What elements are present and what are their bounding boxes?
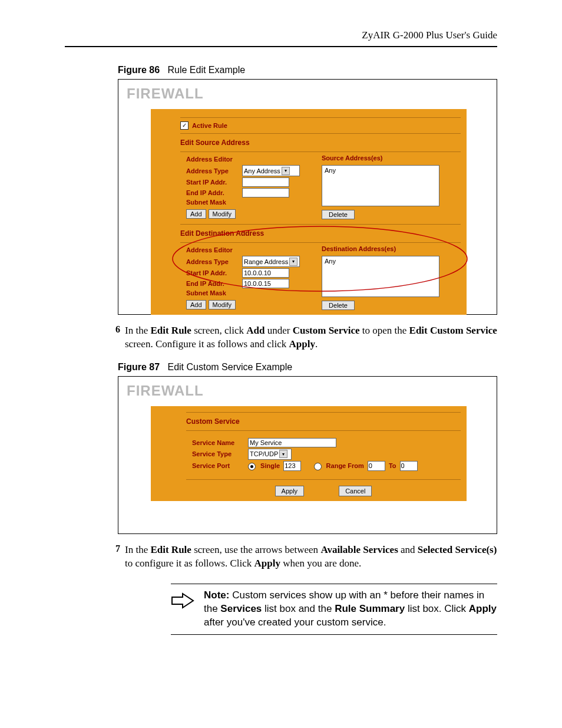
port-single-radio[interactable] — [248, 463, 256, 470]
firewall-title-87: FIREWALL — [118, 377, 497, 406]
dst-end-ip-input[interactable] — [242, 279, 289, 288]
service-port-label: Service Port — [192, 462, 248, 469]
dst-address-type-select[interactable]: Range Address ▾ — [242, 256, 300, 267]
step-text: to configure it as follows. Click — [125, 558, 254, 569]
source-address-item: Any — [325, 167, 336, 174]
custom-service-panel: Custom Service Service Name Service Type… — [151, 406, 467, 501]
note-text: list box. Click — [405, 603, 469, 614]
src-address-type-value: Any Address — [244, 167, 280, 174]
dst-add-button[interactable]: Add — [186, 300, 206, 309]
step-text: In the — [125, 544, 150, 555]
figure-86-title: Rule Edit Example — [167, 65, 245, 75]
destination-address-item: Any — [325, 258, 336, 265]
step-6-number: 6 — [106, 324, 125, 351]
step-text: to open the — [360, 325, 409, 336]
dst-address-type-label: Address Type — [186, 258, 242, 265]
destination-addresses-listbox[interactable]: Any — [322, 256, 439, 297]
page-header: ZyAIR G-2000 Plus User's Guide — [65, 29, 497, 47]
firewall-title: FIREWALL — [118, 80, 497, 109]
dst-modify-button[interactable]: Modify — [209, 300, 236, 309]
step-7-number: 7 — [106, 543, 125, 571]
source-addresses-label: Source Address(es) — [322, 154, 461, 162]
port-range-radio[interactable] — [314, 463, 322, 470]
end-ip-label: End IP Addr. — [186, 189, 242, 196]
src-modify-button[interactable]: Modify — [209, 209, 236, 219]
service-name-label: Service Name — [192, 439, 248, 446]
dst-address-editor-label: Address Editor — [186, 246, 322, 253]
arrow-right-icon — [171, 589, 204, 630]
port-single-input[interactable] — [283, 461, 301, 471]
service-type-select[interactable]: TCP/UDP ▾ — [248, 449, 292, 460]
active-rule-checkbox[interactable]: ✓ — [180, 121, 189, 130]
destination-addresses-label: Destination Address(es) — [322, 245, 461, 252]
step-7: 7 In the Edit Rule screen, use the arrow… — [106, 543, 497, 571]
figure-86-caption: Figure 86 Rule Edit Example — [118, 65, 497, 75]
step-text: In the — [125, 325, 150, 336]
step-bold: Edit Rule — [150, 544, 191, 555]
chevron-down-icon: ▾ — [282, 167, 290, 175]
dst-address-type-value: Range Address — [244, 258, 288, 265]
note-block: Note: Custom services show up with an * … — [171, 584, 497, 635]
port-range-to-input[interactable] — [400, 461, 418, 471]
step-text: . — [315, 338, 318, 350]
step-text: when you are done. — [280, 558, 361, 569]
dst-subnet-mask-label: Subnet Mask — [186, 289, 242, 297]
note-label: Note: — [204, 589, 229, 601]
figure-87-title: Edit Custom Service Example — [167, 362, 292, 372]
port-range-from-input[interactable] — [368, 461, 385, 471]
active-rule-label: Active Rule — [192, 122, 227, 129]
figure-87-number: Figure 87 — [118, 362, 160, 372]
service-name-input[interactable] — [248, 438, 336, 447]
address-type-label: Address Type — [186, 167, 242, 174]
src-end-ip-input[interactable] — [242, 188, 289, 197]
src-address-type-select[interactable]: Any Address ▾ — [242, 165, 300, 176]
step-text: screen, click — [191, 325, 246, 336]
address-editor-label: Address Editor — [186, 156, 322, 163]
step-text: under — [265, 325, 293, 336]
port-single-label: Single — [260, 462, 280, 469]
step-bold: Selected Service(s) — [418, 544, 497, 555]
step-text: screen. Configure it as follows and clic… — [125, 338, 289, 350]
port-range-from-label: Range From — [326, 462, 364, 469]
note-text: after you've created your custom service… — [204, 617, 386, 628]
step-bold: Available Services — [320, 544, 398, 555]
service-type-value: TCP/UDP — [250, 450, 278, 457]
note-bold: Apply — [469, 603, 497, 614]
src-start-ip-input[interactable] — [242, 177, 289, 187]
note-text: list box and the — [262, 603, 335, 614]
step-text: and — [398, 544, 418, 555]
note-bold: Rule Summary — [335, 603, 405, 614]
rule-edit-panel: ✓ Active Rule Edit Source Address Addres… — [151, 109, 467, 315]
figure-87-screenshot: FIREWALL Custom Service Service Name Ser… — [118, 376, 497, 534]
step-text: screen, use the arrows between — [191, 544, 321, 555]
step-bold: Add — [246, 325, 265, 336]
step-bold: Apply — [254, 558, 280, 569]
dst-start-ip-label: Start IP Addr. — [186, 269, 242, 276]
step-bold: Custom Service — [293, 325, 360, 336]
subnet-mask-label: Subnet Mask — [186, 199, 242, 206]
dst-delete-button[interactable]: Delete — [322, 301, 355, 310]
source-addresses-listbox[interactable]: Any — [322, 165, 439, 206]
start-ip-label: Start IP Addr. — [186, 179, 242, 186]
note-bold: Services — [220, 603, 262, 614]
edit-destination-address-heading: Edit Destination Address — [180, 227, 461, 240]
dst-start-ip-input[interactable] — [242, 268, 289, 278]
port-range-to-label: To — [389, 462, 396, 469]
figure-86-screenshot: FIREWALL ✓ Active Rule Edit Source Addre… — [118, 79, 497, 315]
step-bold: Edit Custom Service — [409, 325, 497, 336]
step-bold: Apply — [289, 338, 315, 350]
step-6: 6 In the Edit Rule screen, click Add und… — [106, 324, 497, 351]
src-add-button[interactable]: Add — [186, 209, 206, 219]
apply-button[interactable]: Apply — [275, 486, 305, 496]
figure-87-caption: Figure 87 Edit Custom Service Example — [118, 362, 497, 373]
dst-end-ip-label: End IP Addr. — [186, 280, 242, 287]
chevron-down-icon: ▾ — [279, 450, 287, 458]
edit-source-address-heading: Edit Source Address — [180, 136, 461, 149]
cancel-button[interactable]: Cancel — [339, 486, 372, 496]
service-type-label: Service Type — [192, 450, 248, 457]
src-delete-button[interactable]: Delete — [322, 210, 355, 219]
chevron-down-icon: ▾ — [289, 258, 297, 266]
custom-service-heading: Custom Service — [186, 415, 461, 428]
step-bold: Edit Rule — [150, 325, 191, 336]
figure-86-number: Figure 86 — [118, 65, 160, 75]
